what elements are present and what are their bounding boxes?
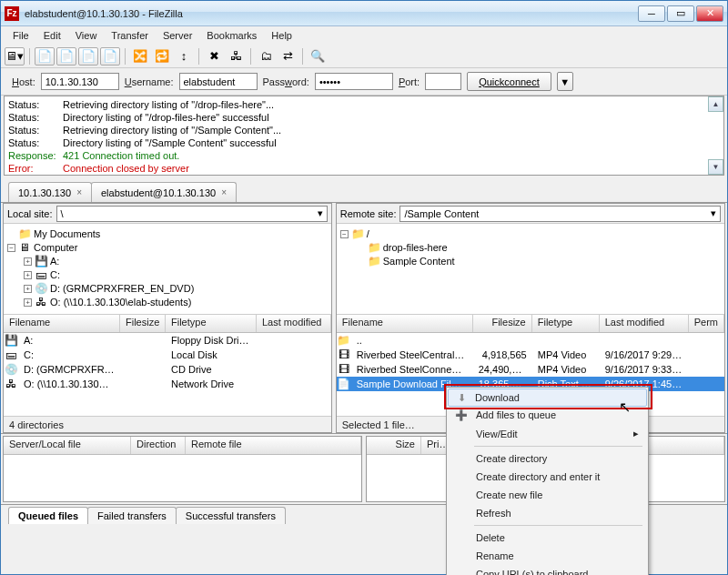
menu-view[interactable]: View	[69, 28, 104, 43]
network-icon: 🖧	[35, 296, 47, 309]
quickconnect-button[interactable]: Quickconnect	[467, 72, 551, 91]
local-path-input[interactable]: \▾	[56, 206, 328, 222]
cd-icon: 💿	[35, 282, 47, 296]
host-label: Host:	[12, 76, 35, 87]
remote-path-input[interactable]: /Sample Content▾	[399, 206, 721, 222]
menu-file[interactable]: File	[6, 28, 35, 43]
list-item[interactable]: 💾A:Floppy Disk Dri…	[4, 333, 331, 348]
tb-btn-4[interactable]: 📄	[100, 47, 120, 66]
close-icon[interactable]: ×	[76, 187, 82, 197]
ctx-view-edit[interactable]: View/Edit▸	[449, 424, 646, 443]
window-title: elabstudent@10.1.30.130 - FileZilla	[25, 8, 638, 19]
tb-btn-1[interactable]: 📄	[35, 47, 55, 66]
tb-btn-3[interactable]: 📄	[78, 47, 98, 66]
disk-icon: 🖴	[35, 268, 47, 282]
log-panel[interactable]: Status:Retrieving directory listing of "…	[4, 96, 724, 176]
local-status: 4 directories	[4, 416, 331, 432]
remote-tree[interactable]: −📁/ 📁drop-files-here 📁Sample Content	[337, 224, 724, 315]
ctx-rename[interactable]: Rename	[449, 547, 646, 565]
local-tree[interactable]: 📁My Documents −🖥Computer +💾A: +🖴C: +💿D: …	[4, 224, 331, 315]
collapse-icon: −	[7, 244, 15, 252]
quickconnect-dropdown[interactable]: ▼	[557, 72, 573, 91]
ctx-copy-url[interactable]: Copy URL(s) to clipboard	[449, 565, 646, 575]
tb-reconnect-icon[interactable]: 🖧	[226, 47, 246, 66]
ctx-delete[interactable]: Delete	[449, 529, 646, 547]
chevron-down-icon: ▾	[318, 207, 323, 219]
computer-icon: 🖥	[18, 241, 31, 255]
download-icon: ⬇	[454, 392, 469, 404]
list-item[interactable]: 🎞Riverbed SteelConne…24,490,814MP4 Video…	[337, 362, 724, 377]
submenu-arrow-icon: ▸	[633, 428, 639, 439]
ctx-create-file[interactable]: Create new file	[449, 486, 646, 504]
expand-icon: +	[24, 285, 32, 293]
port-label: Port:	[399, 76, 420, 87]
list-item[interactable]: 🖴C:Local Disk	[4, 348, 331, 362]
menu-edit[interactable]: Edit	[37, 28, 67, 43]
expand-icon: +	[24, 271, 32, 279]
context-menu: ⬇Download ➕Add files to queue View/Edit▸…	[446, 387, 649, 575]
menu-transfer[interactable]: Transfer	[105, 28, 155, 43]
connection-tabs: 10.1.30.130× elabstudent@10.1.30.130×	[1, 178, 727, 202]
port-input[interactable]	[425, 73, 461, 90]
tb-btn-7[interactable]: ↕	[174, 47, 194, 66]
folder-icon: 📁	[18, 227, 31, 241]
expand-icon: +	[24, 298, 32, 307]
close-button[interactable]: ✕	[696, 5, 723, 22]
folder-icon: 📁	[351, 227, 364, 241]
list-item[interactable]: 🎞Riverbed SteelCentral…4,918,565MP4 Vide…	[337, 348, 724, 362]
minimize-button[interactable]: ─	[638, 5, 665, 22]
ctx-create-dir-enter[interactable]: Create directory and enter it	[449, 468, 646, 486]
floppy-icon: 💾	[35, 255, 47, 268]
local-site-label: Local site:	[7, 208, 53, 219]
folder-icon: 📁	[368, 241, 380, 255]
local-pane: Local site: \▾ 📁My Documents −🖥Computer …	[3, 203, 332, 433]
titlebar: Fz elabstudent@10.1.30.130 - FileZilla ─…	[1, 1, 727, 26]
sitemanager-button[interactable]: 🖥▾	[5, 47, 25, 66]
tb-filter-icon[interactable]: 🗂	[256, 47, 276, 66]
tb-search-icon[interactable]: 🔍	[308, 47, 328, 66]
toolbar: 🖥▾ 📄 📄 📄 📄 🔀 🔁 ↕ ✖ 🖧 🗂 ⇄ 🔍	[1, 45, 727, 68]
tab-2[interactable]: elabstudent@10.1.30.130×	[91, 182, 237, 202]
add-icon: ➕	[454, 409, 469, 421]
menu-server[interactable]: Server	[157, 28, 198, 43]
password-label: Password:	[263, 76, 309, 87]
tb-btn-2[interactable]: 📄	[56, 47, 76, 66]
menu-help[interactable]: Help	[265, 28, 298, 43]
expand-icon: +	[24, 257, 32, 266]
app-icon: Fz	[5, 6, 19, 21]
list-item[interactable]: 💿D: (GRMCPRXFR…CD Drive	[4, 362, 331, 377]
collapse-icon: −	[340, 230, 349, 238]
local-list-header[interactable]: Filename Filesize Filetype Last modified	[4, 315, 331, 333]
ctx-download[interactable]: ⬇Download	[448, 388, 647, 407]
list-item[interactable]: 🖧O: (\\10.1.30.130…Network Drive	[4, 377, 331, 391]
tb-btn-5[interactable]: 🔀	[130, 47, 150, 66]
tab-failed[interactable]: Failed transfers	[87, 507, 177, 524]
username-input[interactable]	[179, 73, 258, 90]
menu-bookmarks[interactable]: Bookmarks	[200, 28, 263, 43]
ctx-add-queue[interactable]: ➕Add files to queue	[449, 406, 646, 424]
tb-cancel-icon[interactable]: ✖	[204, 47, 224, 66]
tb-btn-6[interactable]: 🔁	[152, 47, 172, 66]
maximize-button[interactable]: ▭	[667, 5, 694, 22]
close-icon[interactable]: ×	[221, 187, 227, 197]
ctx-refresh[interactable]: Refresh	[449, 504, 646, 522]
quickconnect-bar: Host: Username: Password: Port: Quickcon…	[1, 68, 727, 96]
menubar: File Edit View Transfer Server Bookmarks…	[1, 26, 727, 45]
scroll-up-button[interactable]: ▲	[708, 96, 723, 112]
list-item[interactable]: 📁..	[337, 333, 724, 348]
tb-compare-icon[interactable]: ⇄	[278, 47, 298, 66]
remote-list-header[interactable]: Filename Filesize Filetype Last modified…	[337, 315, 724, 333]
remote-site-label: Remote site:	[340, 208, 397, 219]
tab-successful[interactable]: Successful transfers	[176, 507, 286, 524]
chevron-down-icon: ▾	[711, 207, 716, 219]
scroll-down-button[interactable]: ▼	[708, 159, 723, 175]
username-label: Username:	[125, 76, 174, 87]
tab-queued[interactable]: Queued files	[8, 507, 88, 524]
tab-1[interactable]: 10.1.30.130×	[8, 182, 92, 202]
host-input[interactable]	[41, 73, 119, 90]
ctx-create-dir[interactable]: Create directory	[449, 449, 646, 468]
password-input[interactable]	[315, 73, 393, 90]
folder-icon: 📁	[368, 255, 380, 268]
local-file-list[interactable]: 💾A:Floppy Disk Dri…🖴C:Local Disk💿D: (GRM…	[4, 333, 331, 416]
